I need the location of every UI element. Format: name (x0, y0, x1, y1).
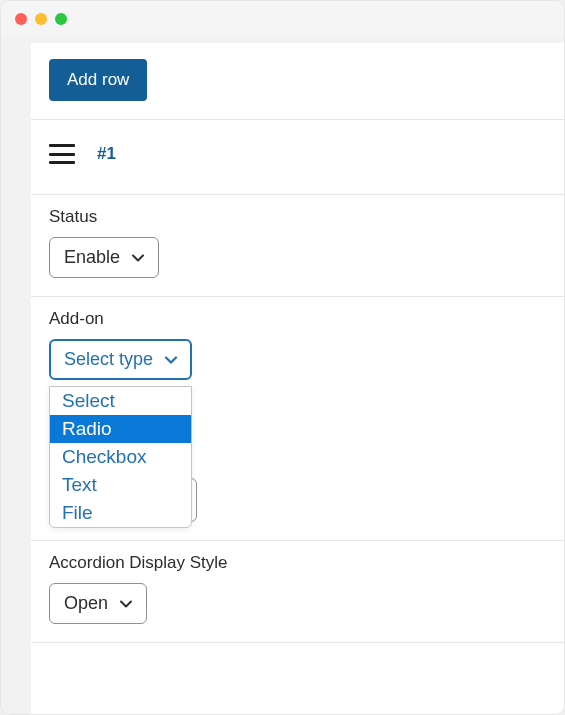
app-window: Add row #1 Status Enable (0, 0, 565, 715)
addon-field: Add-on Select type Select Radio Checkbox… (31, 297, 565, 398)
maximize-window-button[interactable] (55, 13, 67, 25)
settings-panel: Add row #1 Status Enable (31, 43, 565, 715)
addon-select[interactable]: Select type (49, 339, 192, 380)
status-value: Enable (64, 247, 120, 268)
divider (31, 642, 565, 643)
top-section: Add row (31, 43, 565, 119)
chevron-down-icon (130, 250, 146, 266)
status-field: Status Enable (31, 195, 565, 296)
addon-label: Add-on (49, 309, 548, 329)
addon-value: Select type (64, 349, 153, 370)
chevron-down-icon (118, 596, 134, 612)
status-select[interactable]: Enable (49, 237, 159, 278)
close-window-button[interactable] (15, 13, 27, 25)
minimize-window-button[interactable] (35, 13, 47, 25)
drag-handle-icon[interactable] (49, 144, 75, 164)
addon-dropdown: Select Radio Checkbox Text File (49, 386, 192, 528)
add-row-button[interactable]: Add row (49, 59, 147, 101)
row-title: #1 (97, 144, 116, 164)
addon-option-select[interactable]: Select (50, 387, 191, 415)
row-header: #1 (31, 120, 565, 194)
addon-option-text[interactable]: Text (50, 471, 191, 499)
accordion-select[interactable]: Open (49, 583, 147, 624)
chevron-down-icon (163, 352, 179, 368)
accordion-value: Open (64, 593, 108, 614)
accordion-field: Accordion Display Style Open (31, 541, 565, 642)
status-label: Status (49, 207, 548, 227)
content-area: Add row #1 Status Enable (1, 37, 564, 715)
addon-option-radio[interactable]: Radio (50, 415, 191, 443)
window-titlebar (1, 1, 564, 37)
addon-option-checkbox[interactable]: Checkbox (50, 443, 191, 471)
addon-option-file[interactable]: File (50, 499, 191, 527)
accordion-label: Accordion Display Style (49, 553, 548, 573)
